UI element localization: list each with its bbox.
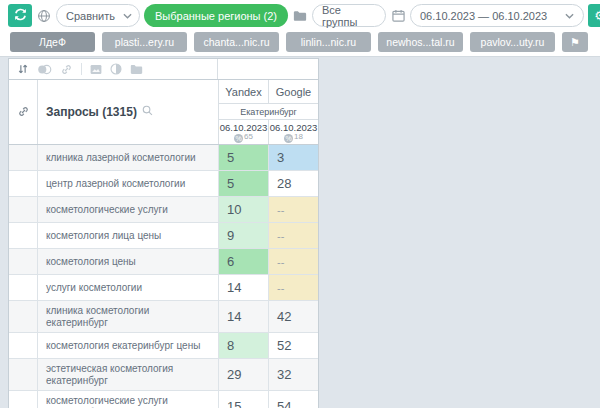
row-select-cell[interactable] xyxy=(9,359,37,390)
contrast-icon[interactable] xyxy=(110,63,122,75)
top-toolbar: Сравнить Выбранные регионы (2) Все групп… xyxy=(0,0,600,31)
table-row[interactable]: косметологические услуги екатеринбург 15… xyxy=(9,391,318,408)
table-toolbar xyxy=(9,59,318,80)
queries-column-header[interactable]: Запросы (1315) xyxy=(37,80,218,144)
query-label: услуги косметологии xyxy=(37,275,218,300)
link-icon xyxy=(17,105,30,120)
domain-tab[interactable]: ЛдеФ xyxy=(10,32,95,52)
flag-button[interactable]: ⚑ xyxy=(562,32,588,52)
groups-dropdown[interactable]: Все группы xyxy=(312,4,386,27)
query-label: косметологические услуги екатеринбург xyxy=(37,391,218,408)
query-label: центр лазерной косметологии xyxy=(37,171,218,196)
region-header[interactable]: Екатеринбург xyxy=(218,104,318,120)
google-position-cell: -- xyxy=(268,197,318,222)
folder-archive-icon[interactable] xyxy=(130,64,143,75)
sort-icon[interactable] xyxy=(17,63,29,75)
table-header: Запросы (1315) Yandex Google Екатеринбур… xyxy=(9,80,318,145)
table-row[interactable]: эстетическая косметология екатеринбург 2… xyxy=(9,359,318,391)
positions-table: Запросы (1315) Yandex Google Екатеринбур… xyxy=(8,58,319,408)
compare-dropdown[interactable]: Сравнить xyxy=(56,4,140,27)
refresh-icon xyxy=(14,8,27,23)
google-position-cell: -- xyxy=(268,249,318,274)
table-row[interactable]: косметология лица цены 9 -- xyxy=(9,223,318,249)
query-label: косметологические услуги xyxy=(37,197,218,222)
domain-tab[interactable]: linlin...nic.ru xyxy=(286,32,371,52)
row-select-cell[interactable] xyxy=(9,391,37,408)
table-row[interactable]: косметологические услуги 10 -- xyxy=(9,197,318,223)
google-percent-value: 18 xyxy=(294,132,303,141)
link-column-header[interactable] xyxy=(9,80,37,144)
row-select-cell[interactable] xyxy=(9,223,37,248)
header-zone: Сравнить Выбранные регионы (2) Все групп… xyxy=(0,0,600,57)
yandex-position-cell: 29 xyxy=(218,359,268,390)
row-select-cell[interactable] xyxy=(9,145,37,170)
domain-tab[interactable]: plasti...ery.ru xyxy=(102,32,187,52)
table-row[interactable]: клиника косметологии екатеринбург 14 42 xyxy=(9,301,318,333)
chevron-down-icon xyxy=(123,13,132,19)
yandex-position-cell: 14 xyxy=(218,301,268,332)
query-label: косметология екатеринбург цены xyxy=(37,333,218,358)
domain-tab-label: ЛдеФ xyxy=(39,36,66,48)
date-range-dropdown[interactable]: 06.10.2023 — 06.10.2023 xyxy=(410,4,584,27)
yandex-position-cell: 5 xyxy=(218,145,268,170)
table-toolbar-tools xyxy=(9,59,218,79)
domain-tab-label: pavlov...uty.ru xyxy=(481,36,545,48)
queries-header-label: Запросы (1315) xyxy=(46,105,137,119)
search-icon[interactable] xyxy=(142,105,153,119)
region-label: Екатеринбург xyxy=(240,107,297,117)
google-column-header[interactable]: Google xyxy=(268,80,318,104)
google-position-cell: 42 xyxy=(268,301,318,332)
row-select-cell[interactable] xyxy=(9,197,37,222)
table-row[interactable]: косметология цены 6 -- xyxy=(9,249,318,275)
yandex-date-header[interactable]: 06.10.2023 % 65 xyxy=(218,120,268,144)
row-select-cell[interactable] xyxy=(9,333,37,358)
google-position-cell: 3 xyxy=(268,145,318,170)
link-icon[interactable] xyxy=(60,63,73,76)
row-select-cell[interactable] xyxy=(9,301,37,332)
selected-regions-button[interactable]: Выбранные регионы (2) xyxy=(144,4,288,27)
row-select-cell[interactable] xyxy=(9,249,37,274)
yandex-position-cell: 15 xyxy=(218,391,268,408)
domain-tabs: ⚑ ЛдеФ plasti...ery.ru chanta...nic.ru l… xyxy=(0,31,600,53)
domain-tab-label: linlin...nic.ru xyxy=(301,36,356,48)
google-position-cell: 52 xyxy=(268,333,318,358)
google-date-header[interactable]: 06.10.2023 % 18 xyxy=(268,120,318,144)
query-label: клиника лазерной косметологии xyxy=(37,145,218,170)
gear-icon: ⚙ xyxy=(594,9,600,22)
google-position-cell: 32 xyxy=(268,359,318,390)
groups-dropdown-label: Все группы xyxy=(322,4,376,28)
table-toolbar-right xyxy=(218,59,318,79)
yandex-position-cell: 9 xyxy=(218,223,268,248)
row-select-cell[interactable] xyxy=(9,171,37,196)
globe-icon[interactable] xyxy=(36,9,52,23)
google-position-cell: -- xyxy=(268,275,318,300)
settings-button[interactable]: ⚙ xyxy=(588,4,600,27)
yandex-column-header[interactable]: Yandex xyxy=(218,80,268,104)
table-row[interactable]: косметология екатеринбург цены 8 52 xyxy=(9,333,318,359)
query-label: эстетическая косметология екатеринбург xyxy=(37,359,218,390)
domain-tab[interactable]: pavlov...uty.ru xyxy=(470,32,555,52)
percent-icon: % xyxy=(284,134,293,143)
domain-tab[interactable]: chanta...nic.ru xyxy=(194,32,279,52)
query-label: косметология цены xyxy=(37,249,218,274)
table-row[interactable]: услуги косметологии 14 -- xyxy=(9,275,318,301)
domain-tab-label: plasti...ery.ru xyxy=(115,36,174,48)
flag-icon: ⚑ xyxy=(570,36,580,48)
yandex-position-cell: 5 xyxy=(218,171,268,196)
date-range-label: 06.10.2023 — 06.10.2023 xyxy=(420,10,547,22)
domain-tab-label: newhos...tal.ru xyxy=(386,36,454,48)
row-select-cell[interactable] xyxy=(9,275,37,300)
domain-tab[interactable]: newhos...tal.ru xyxy=(378,32,463,52)
compare-dropdown-label: Сравнить xyxy=(66,10,115,22)
folder-icon[interactable] xyxy=(292,10,308,22)
google-position-cell: -- xyxy=(268,223,318,248)
merge-circles-icon[interactable] xyxy=(37,64,52,75)
calendar-icon[interactable] xyxy=(390,9,406,22)
screenshot-icon[interactable] xyxy=(90,64,102,75)
table-row[interactable]: центр лазерной косметологии 5 28 xyxy=(9,171,318,197)
refresh-button[interactable] xyxy=(8,4,32,27)
yandex-position-cell: 14 xyxy=(218,275,268,300)
table-row[interactable]: клиника лазерной косметологии 5 3 xyxy=(9,145,318,171)
domain-tab-label: chanta...nic.ru xyxy=(204,36,270,48)
google-position-cell: 54 xyxy=(268,391,318,408)
